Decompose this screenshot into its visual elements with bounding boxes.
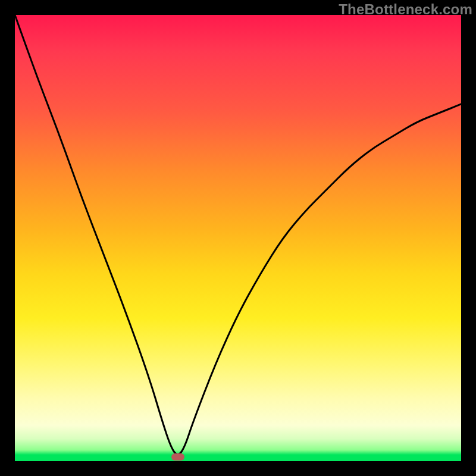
bottleneck-curve (15, 15, 461, 461)
plot-area (15, 15, 461, 461)
chart-frame: TheBottleneck.com (0, 0, 476, 476)
minimum-marker (171, 453, 184, 461)
